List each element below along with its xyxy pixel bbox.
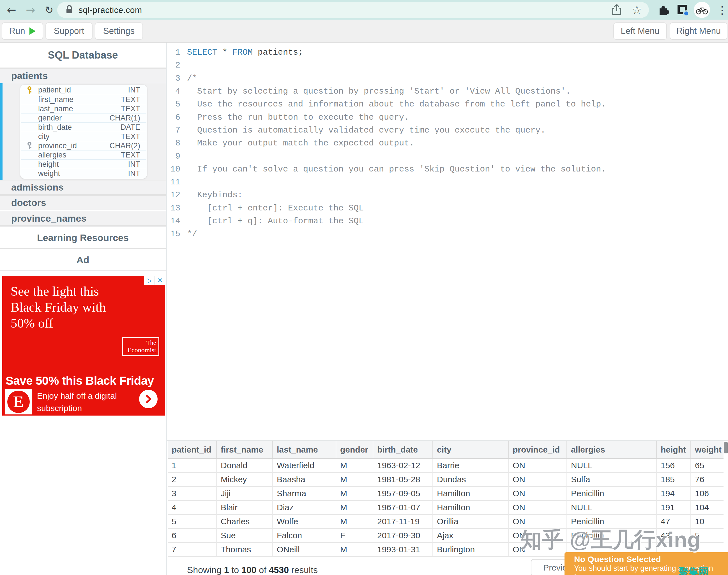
- table-cell: 1963-02-12: [373, 459, 433, 472]
- results-header-row: patient_idfirst_namelast_namegenderbirth…: [168, 441, 724, 459]
- table-cell: 65: [691, 459, 724, 472]
- table-cell: ON: [508, 472, 567, 486]
- code-text: [ctrl + enter]: Execute the SQL: [184, 203, 364, 213]
- address-bar[interactable]: sql-practice.com ☆: [57, 2, 649, 18]
- run-button-label: Run: [9, 26, 25, 36]
- profile-avatar[interactable]: [694, 2, 710, 18]
- table-cell: NULL: [567, 459, 657, 472]
- support-button[interactable]: Support: [45, 23, 93, 40]
- economist-logo-line1: The: [146, 340, 156, 346]
- table-cell: 47: [657, 514, 691, 529]
- admissions-label: admissions: [11, 182, 64, 193]
- table-cell: Jiji: [217, 486, 273, 501]
- table-cell: 1: [168, 459, 217, 472]
- learning-resources-header[interactable]: Learning Resources: [0, 227, 166, 249]
- table-cell: ONeill: [273, 542, 336, 556]
- code-text: */: [184, 229, 197, 239]
- column-type: TEXT: [121, 132, 147, 141]
- code-text: Use the resources and information about …: [184, 99, 606, 109]
- table-cell: ON: [508, 501, 567, 514]
- table-cell: Diaz: [273, 501, 336, 514]
- editor-line: 15*/: [167, 228, 728, 240]
- browser-menu-icon[interactable]: ⋮: [715, 3, 728, 17]
- results-scrollbar[interactable]: [724, 442, 728, 453]
- table-cell: 2: [168, 472, 217, 486]
- key-icon: [26, 141, 33, 150]
- extensions-puzzle-icon[interactable]: [657, 4, 669, 17]
- share-icon[interactable]: [611, 3, 622, 17]
- sidebar-table-admissions[interactable]: admissions: [0, 180, 166, 195]
- settings-button[interactable]: Settings: [95, 23, 143, 40]
- column-name: gender: [38, 114, 62, 123]
- table-cell: Barrie: [433, 459, 508, 472]
- table-cell: 2017-09-30: [373, 529, 433, 542]
- sidebar-table-province-names[interactable]: province_names: [0, 211, 166, 226]
- patients-schema-card: patient_idINTfirst_nameTEXTlast_nameTEXT…: [20, 84, 147, 179]
- table-cell: Wolfe: [273, 514, 336, 529]
- run-button[interactable]: Run: [2, 23, 43, 40]
- column-header-height: height: [657, 441, 691, 459]
- economist-ad[interactable]: ▷ ✕ See the light this Black Friday with…: [2, 276, 165, 415]
- browser-toolbar: ← → ↻ sql-practice.com ☆ ⋮: [0, 0, 728, 20]
- sidebar-table-doctors[interactable]: doctors: [0, 195, 166, 210]
- editor-line: 9: [167, 149, 728, 163]
- code-text: If you can't solve a question you can pr…: [184, 165, 606, 174]
- column-type: TEXT: [121, 95, 147, 104]
- schema-column-row: cityTEXT: [21, 132, 147, 141]
- left-menu-button[interactable]: Left Menu: [613, 23, 667, 40]
- table-cell: 1957-09-05: [373, 486, 433, 501]
- table-cell: ON: [508, 529, 567, 542]
- key-icon: [26, 86, 33, 95]
- right-menu-button[interactable]: Right Menu: [670, 23, 727, 40]
- browser-reload-icon[interactable]: ↻: [42, 3, 56, 17]
- table-cell: Penicillin: [567, 514, 657, 529]
- code-text: /*: [184, 74, 197, 83]
- column-name: weight: [38, 169, 60, 178]
- table-cell: 76: [691, 472, 724, 486]
- bookmark-star-icon[interactable]: ☆: [632, 3, 642, 17]
- table-cell: Blair: [217, 501, 273, 514]
- table-cell: Charles: [217, 514, 273, 529]
- ad-close-icon[interactable]: ✕: [155, 276, 165, 285]
- sidebar-table-patients[interactable]: patients: [0, 68, 166, 83]
- table-cell: Mickey: [217, 472, 273, 486]
- column-name: province_id: [38, 141, 77, 150]
- table-cell: Sulfa: [567, 472, 657, 486]
- learning-resources-label: Learning Resources: [37, 232, 129, 243]
- table-cell: 7: [168, 542, 217, 556]
- table-cell: Hamilton: [433, 486, 508, 501]
- editor-line: 11: [167, 176, 728, 189]
- table-cell: Ajax: [433, 529, 508, 542]
- table-cell: 191: [657, 501, 691, 514]
- extension-icon[interactable]: [677, 5, 688, 15]
- code-text: SELECT * FROM patients;: [184, 48, 303, 57]
- column-type: TEXT: [121, 104, 147, 113]
- column-header-city: city: [433, 441, 508, 459]
- editor-line: 3/*: [167, 72, 728, 85]
- editor-line: 8 Make your output match the expected ou…: [167, 137, 728, 149]
- column-header-gender: gender: [336, 441, 373, 459]
- adchoices-icon[interactable]: ▷: [144, 276, 155, 285]
- table-cell: Burlington: [433, 542, 508, 556]
- line-number: 9: [167, 151, 184, 161]
- column-header-province_id: province_id: [508, 441, 567, 459]
- schema-column-row: last_nameTEXT: [21, 104, 147, 113]
- juji-watermark-badge: 聚集网: [678, 565, 709, 575]
- editor-line: 6 Press the run button to execute the qu…: [167, 111, 728, 124]
- foreign-key-icon: [21, 141, 38, 150]
- table-cell: ON: [508, 459, 567, 472]
- table-cell: Orillia: [433, 514, 508, 529]
- column-name: allergies: [38, 151, 66, 160]
- browser-forward-icon[interactable]: →: [24, 3, 38, 17]
- schema-column-row: province_idCHAR(2): [21, 141, 147, 150]
- table-cell: M: [336, 501, 373, 514]
- ad-arrow-button[interactable]: [139, 390, 158, 408]
- patients-label: patients: [11, 70, 48, 81]
- table-cell: M: [336, 542, 373, 556]
- economist-e-letter: E: [7, 391, 30, 413]
- column-name: patient_id: [38, 86, 71, 95]
- table-cell: Dundas: [433, 472, 508, 486]
- table-cell: 194: [657, 486, 691, 501]
- chevron-right-icon: [144, 394, 153, 404]
- browser-back-icon[interactable]: ←: [4, 3, 19, 17]
